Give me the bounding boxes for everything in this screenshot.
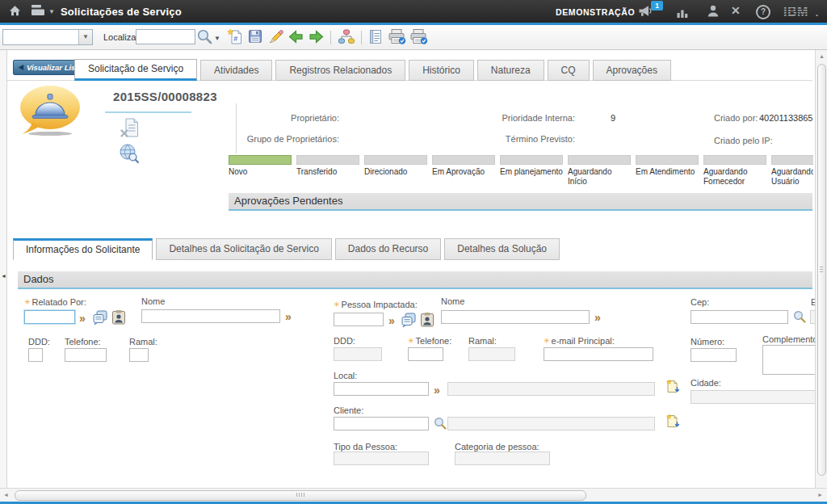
- status-step: Direcionado: [364, 155, 427, 195]
- print-with-attachments-button[interactable]: [409, 28, 427, 46]
- tab-historico[interactable]: Histórico: [409, 60, 474, 81]
- status-flow: Novo Transferido Direcionado Em Aprovaçã…: [229, 155, 813, 195]
- previous-record-button[interactable]: [288, 28, 305, 46]
- subtab-detalhes-da-solicitacao[interactable]: Detalhes da Solicitação de Servico: [156, 238, 331, 260]
- city-label: Cidade:: [691, 378, 721, 388]
- select-value-icon[interactable]: [792, 309, 807, 327]
- extension2-input: [468, 347, 515, 361]
- status-step: Em planejamento: [500, 155, 563, 195]
- detail-menu-icon[interactable]: »: [285, 311, 292, 322]
- city-input: [691, 390, 827, 404]
- phone-input[interactable]: [65, 348, 107, 362]
- customer-description: [447, 417, 655, 430]
- customer-input[interactable]: [334, 417, 429, 430]
- saved-query-combo[interactable]: ▼: [2, 29, 93, 45]
- tab-atividades[interactable]: Atividades: [200, 60, 272, 81]
- long-description-icon[interactable]: [92, 309, 108, 329]
- owner-label: Proprietário:: [242, 113, 339, 123]
- record-toolbar: ▼ Localizar: ▼ #: [0, 25, 827, 50]
- find-input[interactable]: [136, 29, 195, 44]
- cep-label: Cep:: [691, 297, 709, 307]
- customer-label: Cliente:: [334, 405, 363, 415]
- required-icon: ✳: [24, 298, 31, 306]
- phone2-label: ✳Telefone:: [408, 336, 451, 346]
- email-input[interactable]: [544, 347, 653, 361]
- location-description: [447, 382, 655, 396]
- tab-aprovacoes[interactable]: Aprovações: [593, 60, 671, 81]
- cep-input[interactable]: [691, 310, 788, 324]
- route-workflow-button[interactable]: [338, 28, 355, 46]
- subtab-informacoes-do-solicitante[interactable]: Informações do Solicitante: [13, 238, 153, 260]
- search-icon[interactable]: [196, 28, 214, 46]
- detail-menu-icon[interactable]: »: [594, 312, 601, 323]
- go-to-people-icon[interactable]: [419, 312, 435, 331]
- tab-solicitacao-de-servico[interactable]: Solicitação de Serviço: [74, 59, 197, 81]
- select-value-icon[interactable]: [433, 416, 447, 434]
- long-description-icon[interactable]: [401, 312, 417, 331]
- goto-caret-icon[interactable]: ▼: [48, 8, 55, 15]
- record-id: 2015SS/00008823: [113, 90, 217, 103]
- subtab-dados-do-recurso[interactable]: Dados do Recurso: [335, 238, 441, 260]
- sub-tab-bar: Informações do Solicitante Detalhes da S…: [13, 238, 563, 260]
- email-label: ✳e-mail Principal:: [544, 336, 615, 346]
- help-icon[interactable]: ?: [756, 5, 770, 19]
- detail-menu-icon[interactable]: »: [79, 313, 86, 324]
- tab-cq[interactable]: CQ: [548, 60, 590, 81]
- extension-input[interactable]: [129, 348, 149, 362]
- record-id-underline: [105, 111, 191, 113]
- affected-name-input[interactable]: [441, 310, 590, 324]
- location-input[interactable]: [334, 382, 429, 396]
- saved-query-caret-icon[interactable]: ▼: [78, 30, 92, 44]
- scroll-right-icon[interactable]: ►: [817, 492, 823, 498]
- new-record-button[interactable]: #: [227, 28, 245, 46]
- go-to-people-icon[interactable]: [111, 309, 127, 329]
- next-record-button[interactable]: [308, 28, 325, 46]
- detail-menu-icon[interactable]: »: [434, 384, 440, 396]
- scroll-left-icon[interactable]: ◄: [3, 492, 9, 498]
- service-request-icon: [16, 84, 82, 141]
- reported-by-input[interactable]: [24, 310, 75, 324]
- scroll-up-icon[interactable]: ▲: [819, 53, 825, 59]
- tab-registros-relacionados[interactable]: Registros Relacionados: [275, 60, 405, 81]
- close-icon[interactable]: ✕: [731, 4, 741, 17]
- detail-menu-icon[interactable]: »: [388, 315, 395, 326]
- home-icon[interactable]: [8, 4, 22, 21]
- number-input[interactable]: [691, 348, 737, 362]
- save-button[interactable]: [247, 28, 265, 46]
- goto-menu-icon[interactable]: [31, 4, 46, 19]
- view-work-details-icon[interactable]: [665, 379, 680, 397]
- reports-chart-icon[interactable]: [677, 6, 689, 21]
- ibm-logo: IBM: [783, 5, 819, 22]
- number-label: Número:: [691, 337, 724, 346]
- panel-collapse-icon[interactable]: ◄: [1, 273, 6, 279]
- horizontal-scroll-thumb[interactable]: [15, 490, 586, 501]
- main-tab-bar: Solicitação de Serviço Atividades Regist…: [74, 59, 674, 81]
- affected-person-input[interactable]: [334, 313, 384, 326]
- vertical-scrollbar[interactable]: ▲: [815, 50, 827, 488]
- reported-by-name-label: Nome: [141, 296, 165, 306]
- run-reports-button[interactable]: [367, 28, 385, 46]
- affected-person-label: ✳Pessoa Impactada:: [334, 300, 418, 309]
- ddd-input[interactable]: [28, 348, 43, 362]
- stop-record-icon[interactable]: [120, 117, 141, 142]
- complement-label: Complemento:: [762, 334, 821, 344]
- search-caret-icon[interactable]: ▼: [214, 35, 220, 42]
- profile-icon[interactable]: [707, 5, 719, 20]
- clear-changes-button[interactable]: [267, 28, 285, 46]
- tab-natureza[interactable]: Natureza: [477, 60, 544, 81]
- view-work-details-icon[interactable]: [665, 414, 680, 432]
- header-divider: [236, 103, 237, 153]
- print-button[interactable]: [388, 28, 405, 46]
- subtab-detalhes-da-solucao[interactable]: Detalhes da Solução: [444, 238, 560, 260]
- horizontal-scrollbar[interactable]: ◄ ►: [0, 488, 827, 502]
- phone2-input[interactable]: [408, 347, 443, 361]
- page-title: Solicitações de Serviço: [61, 6, 182, 18]
- created-by-value: 40201133865: [759, 113, 812, 123]
- owner-group-label: Grupo de Proprietários:: [226, 134, 339, 144]
- toolbar-separator: [330, 31, 331, 44]
- reported-by-name-input[interactable]: [141, 309, 280, 323]
- arrow-left-icon: [17, 64, 24, 71]
- person-type-label: Tipo da Pessoa:: [334, 442, 397, 452]
- global-search-icon[interactable]: [118, 142, 140, 167]
- vertical-scroll-thumb[interactable]: [817, 64, 826, 476]
